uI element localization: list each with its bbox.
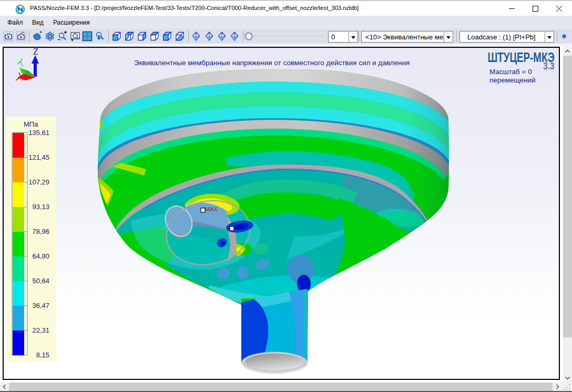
svg-text:Z: Z [33, 48, 38, 56]
svg-text:MIN: MIN [233, 224, 244, 231]
svg-text:MAX: MAX [205, 206, 218, 212]
